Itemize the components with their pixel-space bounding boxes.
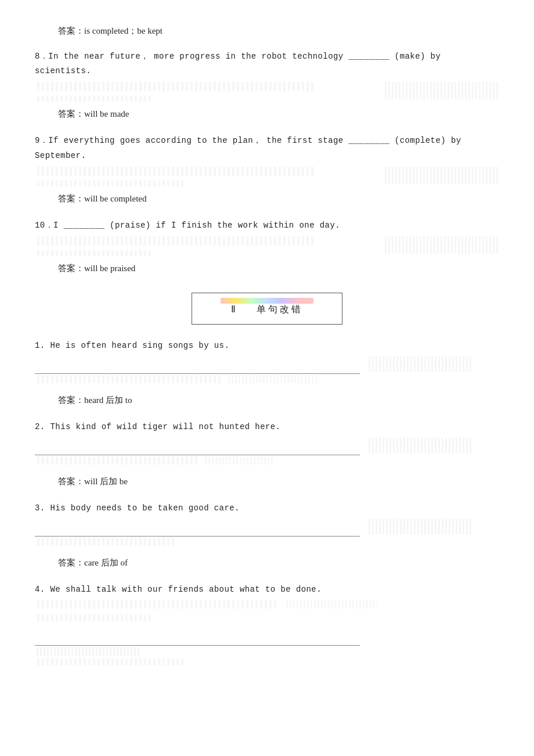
question-8-text: 8．In the near future， more progress in t… [35, 49, 499, 78]
question-9-text: 9．If everything goes according to the pl… [35, 134, 499, 163]
q3-write-line [35, 521, 360, 537]
q4-write-line [35, 631, 360, 646]
noise-8b [35, 96, 151, 102]
q1-body: He is often heard sing songs by us. [50, 341, 229, 350]
q2-answer: 答案：will 后加 be [35, 474, 499, 489]
noise-8 [35, 82, 313, 91]
noise-q4c [35, 658, 186, 665]
q2-num: 2. [35, 422, 45, 431]
question-10-block: 10．I ________ (praise) if I finish the w… [35, 218, 499, 276]
answer-9-text: 答案：will be completed [35, 191, 499, 207]
q1-write-line [35, 359, 360, 374]
q1-answer: 答案：heard 后加 to [35, 393, 499, 408]
section-2-box: Ⅱ 单句改错 [192, 293, 342, 325]
noise-9 [35, 167, 313, 176]
q4-text: 4. We shall talk with our friends about … [35, 582, 499, 597]
q4-body: We shall talk with our friends about wha… [50, 585, 322, 594]
noise-q4b [35, 614, 151, 621]
question-9-block: 9．If everything goes according to the pl… [35, 134, 499, 206]
noise-10 [35, 236, 313, 246]
question-10-text: 10．I ________ (praise) if I finish the w… [35, 218, 499, 233]
answer-10-text: 答案：will be praised [35, 261, 499, 276]
noise-q1 [35, 375, 221, 383]
section-2-roman: Ⅱ [231, 304, 238, 314]
questions-list: 1. He is often heard sing songs by us. 答… [35, 339, 499, 671]
q2-body: This kind of wild tiger will not hunted … [50, 422, 280, 431]
answer-7-text: 答案：is completed；be kept [35, 23, 499, 39]
answer-8-text: 答案：will be made [35, 106, 499, 122]
q1-num: 1. [35, 341, 45, 350]
section-2-label: 单句改错 [257, 304, 303, 314]
noise-q4a [35, 600, 279, 609]
noise-10b [35, 250, 151, 256]
noise-9b [35, 181, 186, 186]
q3-num: 3. [35, 503, 45, 513]
list-item: 1. He is often heard sing songs by us. 答… [35, 339, 499, 408]
list-item: 2. This kind of wild tiger will not hunt… [35, 420, 499, 489]
q4-num: 4. [35, 585, 45, 594]
noise-q3 [35, 538, 174, 546]
section-2-header: Ⅱ 单句改错 [35, 293, 499, 325]
q3-answer: 答案：care 后加 of [35, 555, 499, 571]
q3-text: 3. His body needs to be taken good care. [35, 501, 499, 516]
question-8-block: 8．In the near future， more progress in t… [35, 49, 499, 122]
q2-write-line [35, 440, 360, 455]
list-item: 3. His body needs to be taken good care.… [35, 501, 499, 571]
noise-q2 [35, 456, 197, 465]
rainbow-bar [221, 298, 313, 304]
q3-body: His body needs to be taken good care. [50, 503, 239, 513]
list-item: 4. We shall talk with our friends about … [35, 582, 499, 670]
q2-text: 2. This kind of wild tiger will not hunt… [35, 420, 499, 434]
q1-text: 1. He is often heard sing songs by us. [35, 339, 499, 353]
section-2-title: Ⅱ 单句改错 [227, 301, 307, 318]
answer-7: 答案：is completed；be kept [35, 23, 499, 39]
